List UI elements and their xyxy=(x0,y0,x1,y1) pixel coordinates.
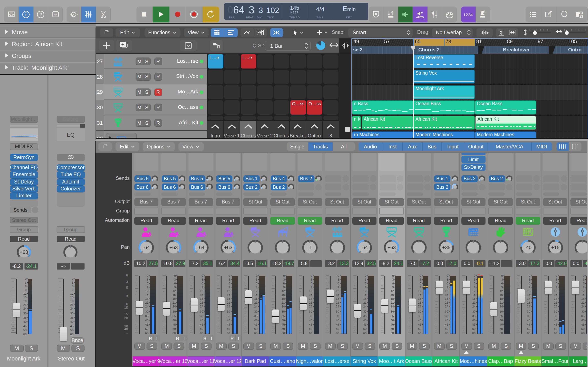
svg-text:9: 9 xyxy=(201,285,203,289)
svg-text:24: 24 xyxy=(70,307,73,310)
svg-text:35: 35 xyxy=(390,314,394,317)
svg-text:18: 18 xyxy=(23,299,26,303)
svg-text:24: 24 xyxy=(309,305,312,308)
svg-text:15: 15 xyxy=(554,293,557,296)
svg-text:6: 6 xyxy=(555,282,557,285)
svg-text:9: 9 xyxy=(174,285,176,289)
svg-text:9: 9 xyxy=(501,285,503,289)
svg-text:40: 40 xyxy=(281,318,285,322)
svg-text:3: 3 xyxy=(72,281,73,284)
svg-text:40: 40 xyxy=(418,318,421,322)
svg-text:35: 35 xyxy=(254,314,258,317)
svg-text:6: 6 xyxy=(174,282,176,285)
svg-text:9: 9 xyxy=(419,285,421,289)
svg-text:45: 45 xyxy=(527,323,530,326)
svg-text:R: R xyxy=(217,44,220,49)
svg-text:50: 50 xyxy=(527,327,530,330)
svg-text:45: 45 xyxy=(418,323,421,326)
svg-text:35: 35 xyxy=(499,314,503,317)
svg-text:40: 40 xyxy=(499,318,503,322)
svg-text:3: 3 xyxy=(392,278,394,281)
svg-text:24: 24 xyxy=(390,305,394,308)
svg-text:21: 21 xyxy=(172,301,176,304)
svg-text:60: 60 xyxy=(499,331,503,334)
svg-text:6: 6 xyxy=(283,282,285,285)
svg-text:15: 15 xyxy=(363,293,366,296)
svg-text:40: 40 xyxy=(23,320,26,323)
svg-text:+63: +63 xyxy=(388,244,396,250)
svg-text:+63: +63 xyxy=(224,244,232,250)
svg-text:6: 6 xyxy=(25,285,26,288)
svg-text:50: 50 xyxy=(309,327,312,330)
svg-text:40: 40 xyxy=(554,318,557,322)
svg-text:-64: -64 xyxy=(197,244,204,250)
svg-text:24: 24 xyxy=(527,305,530,308)
svg-text:12: 12 xyxy=(172,289,176,292)
svg-text:45: 45 xyxy=(145,323,148,326)
svg-text:40: 40 xyxy=(336,318,339,322)
svg-text:40: 40 xyxy=(227,318,230,322)
svg-text:24: 24 xyxy=(200,305,203,308)
svg-text:21: 21 xyxy=(472,301,476,304)
svg-text:+63: +63 xyxy=(20,249,28,255)
svg-text:35: 35 xyxy=(581,314,585,317)
svg-text:0: 0 xyxy=(337,274,339,277)
svg-text:60: 60 xyxy=(581,331,585,334)
svg-text:-64: -64 xyxy=(361,244,368,250)
svg-text:AUTO: AUTO xyxy=(416,16,424,19)
svg-text:6: 6 xyxy=(583,282,585,285)
svg-text:50: 50 xyxy=(390,327,394,330)
svg-text:6: 6 xyxy=(365,282,366,285)
svg-text:35: 35 xyxy=(527,314,530,317)
svg-text:12: 12 xyxy=(390,289,394,292)
svg-text:6: 6 xyxy=(337,282,339,285)
svg-text:18: 18 xyxy=(70,299,73,303)
svg-text:12: 12 xyxy=(70,292,73,295)
svg-text:12: 12 xyxy=(23,292,26,295)
svg-text:3: 3 xyxy=(365,278,366,281)
svg-text:60: 60 xyxy=(554,331,557,334)
svg-text:60: 60 xyxy=(145,331,148,334)
svg-text:60: 60 xyxy=(227,331,230,334)
svg-text:24: 24 xyxy=(499,305,503,308)
svg-text:45: 45 xyxy=(336,323,339,326)
svg-text:35: 35 xyxy=(70,316,73,319)
svg-text:50: 50 xyxy=(254,327,258,330)
svg-text:0: 0 xyxy=(392,274,394,277)
svg-text:+15: +15 xyxy=(551,244,559,250)
svg-text:30: 30 xyxy=(172,310,176,313)
svg-text:0: 0 xyxy=(25,277,26,280)
svg-text:24: 24 xyxy=(418,305,421,308)
svg-text:30: 30 xyxy=(227,310,230,313)
svg-text:9: 9 xyxy=(256,285,258,289)
svg-text:3: 3 xyxy=(419,278,421,281)
svg-text:50: 50 xyxy=(227,327,230,330)
svg-text:+63: +63 xyxy=(169,244,178,250)
svg-text:35: 35 xyxy=(336,314,339,317)
svg-text:9: 9 xyxy=(528,285,530,289)
svg-text:9: 9 xyxy=(25,288,26,292)
svg-text:18: 18 xyxy=(472,297,476,300)
svg-text:12: 12 xyxy=(254,289,258,292)
svg-text:6: 6 xyxy=(392,282,394,285)
svg-text:24: 24 xyxy=(554,305,557,308)
svg-text:0: 0 xyxy=(147,274,148,277)
svg-text:+35: +35 xyxy=(442,244,450,250)
svg-text:12: 12 xyxy=(554,289,557,292)
svg-text:12: 12 xyxy=(227,289,230,292)
svg-text:3: 3 xyxy=(283,278,285,281)
svg-text:3: 3 xyxy=(310,278,312,281)
svg-text:12: 12 xyxy=(499,289,503,292)
svg-text:45: 45 xyxy=(254,323,258,326)
svg-text:30: 30 xyxy=(527,310,530,313)
svg-text:40: 40 xyxy=(472,318,476,322)
svg-text:9: 9 xyxy=(474,285,476,289)
svg-text:45: 45 xyxy=(445,323,448,326)
svg-text:60: 60 xyxy=(23,333,26,336)
svg-text:18: 18 xyxy=(363,297,366,300)
svg-text:60: 60 xyxy=(70,333,73,336)
svg-text:45: 45 xyxy=(363,323,366,326)
svg-text:9: 9 xyxy=(583,285,585,289)
svg-text:6: 6 xyxy=(256,282,258,285)
svg-text:30: 30 xyxy=(145,310,148,313)
